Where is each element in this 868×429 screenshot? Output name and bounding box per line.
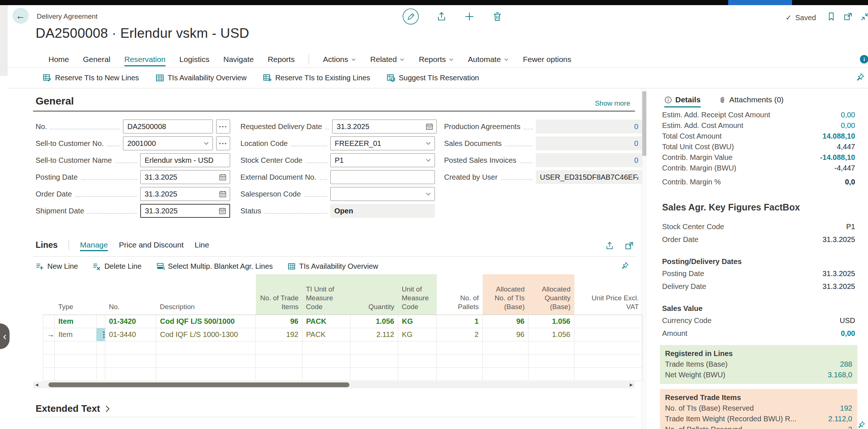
cell-ti_uom[interactable]: PACK [302,315,351,328]
factbox-tab-details[interactable]: Details [664,94,701,106]
cell-description[interactable]: Cod IQF L/S 500/1000 [156,315,256,328]
action-suggest-tis-reservation[interactable]: Suggest TIs Reservation [386,73,479,82]
action-new-line[interactable]: New Line [36,262,78,271]
column-header-type[interactable]: Type [55,274,97,315]
field-location-code[interactable]: FREEZER_01 [330,136,435,150]
column-header-description[interactable]: Description [156,274,256,315]
cell-alloc_qty[interactable]: 1.056 [529,315,574,328]
calendar-icon[interactable] [219,173,227,181]
chevron-down-icon[interactable] [203,140,210,147]
delete-button[interactable] [492,11,503,22]
tab-navigate[interactable]: Navigate [224,51,254,67]
lines-tab-price-and-discount[interactable]: Price and Discount [119,237,184,253]
action-tis-availability-overview[interactable]: TIs Availability Overview [287,262,378,271]
current-row-arrow-icon[interactable]: → [43,328,55,341]
factbox-tab-attachments-0[interactable]: Attachments (0) [718,94,784,106]
tab-general[interactable]: General [83,51,110,67]
field-value[interactable]: 0 [540,122,638,131]
tab-reports[interactable]: Reports [419,51,454,67]
field-external-document-no[interactable] [330,170,435,184]
assist-edit-button[interactable]: ··· [216,120,230,133]
column-header-quantity[interactable]: Quantity [351,274,398,315]
horizontal-scrollbar[interactable]: ◀ ▶ [33,381,635,388]
lines-tab-manage[interactable]: Manage [80,237,108,253]
column-header-unit-of-measure-code[interactable]: Unit of Measure Code [398,274,437,315]
panel-row-value[interactable]: 288 [840,360,852,368]
field-sell-to-customer-name[interactable]: Erlendur vskm - USD [140,153,230,167]
popout-icon[interactable] [843,12,853,21]
scroll-left-arrow-icon[interactable]: ◀ [33,382,40,387]
cell-uom[interactable]: KG [398,315,437,328]
new-button[interactable] [464,11,475,22]
row-selector-cell[interactable] [43,315,55,328]
cell-pallets[interactable]: 2 [437,328,483,341]
tab-automate[interactable]: Automate [468,51,509,67]
cell-no[interactable]: 01-3420 [105,315,156,328]
horizontal-scroll-track[interactable] [40,381,628,388]
cell-ti_uom[interactable]: PACK [302,328,351,341]
tab-logistics[interactable]: Logistics [179,51,210,67]
column-header-allocated-quantity-base[interactable]: Allocated Quantity (Base) [529,274,574,315]
chevron-down-icon[interactable] [425,140,432,147]
field-value[interactable]: 0 [540,139,638,148]
chevron-down-icon[interactable] [425,191,432,197]
lines-heading[interactable]: Lines [36,240,58,250]
action-select-multip-blanket-agr-lines[interactable]: Select Multip. Blanket Agr. Lines [156,262,273,271]
panel-row-value[interactable]: 192 [840,404,852,412]
panel-row-value[interactable]: 2.112,0 [828,415,852,423]
panel-row-value[interactable]: 2 [848,425,852,429]
tab-reservation[interactable]: Reservation [124,51,166,67]
tab-home[interactable]: Home [48,51,69,67]
column-header-ti-unit-of-measure-code[interactable]: TI Unit of Measure Code [302,274,351,315]
show-more-link[interactable]: Show more [595,99,630,107]
field-sales-documents[interactable]: 0 [536,136,642,150]
field-posting-date[interactable]: 31.3.2025 [140,170,230,184]
tab-reports[interactable]: Reports [268,51,295,67]
field-sell-to-customer-no[interactable]: 2001000 [123,136,213,150]
panel-row-value[interactable]: 14.088,10 [822,132,855,140]
field-posted-sales-invoices[interactable]: 0 [536,153,642,167]
pin-icon[interactable] [621,261,629,270]
field-value[interactable]: 0 [540,156,638,165]
cell-pallets[interactable]: 1 [437,315,483,328]
collapse-icon[interactable] [860,12,868,21]
chevron-down-icon[interactable] [425,157,432,164]
row-menu-cell[interactable]: ⋮ [97,328,105,341]
action-reserve-tis-to-new-lines[interactable]: Reserve TIs to New Lines [43,73,139,82]
edit-button[interactable] [402,8,419,25]
panel-row-value[interactable]: -14.088,10 [820,153,855,162]
action-reserve-tis-to-existing-lines[interactable]: Reserve TIs to Existing Lines [263,73,370,82]
tab-related[interactable]: Related [370,51,405,67]
field-order-date[interactable]: 31.3.2025 [140,187,230,201]
cell-no[interactable]: 01-3440 [105,328,156,341]
extended-text-heading[interactable]: Extended Text [36,403,110,414]
cell-alloc_tis[interactable]: 96 [483,315,529,328]
action-delete-line[interactable]: Delete Line [92,262,141,271]
bookmark-icon[interactable] [827,12,836,21]
pin-icon[interactable] [856,73,865,81]
column-header-no[interactable]: No. [105,274,156,315]
field-production-agreements[interactable]: 0 [536,120,642,133]
field-requested-delivery-date[interactable]: 31.3.2025 [332,120,437,133]
calendar-icon[interactable] [425,122,433,131]
field-no[interactable]: DA2500008 [123,120,213,133]
panel-row-value[interactable]: 0,00 [841,329,855,338]
panel-row-value[interactable]: 0,00 [841,111,855,119]
share-button[interactable] [436,11,447,22]
calendar-icon[interactable] [219,190,227,198]
back-button[interactable]: ← [12,8,29,24]
calendar-icon[interactable] [218,207,226,215]
pin-icon[interactable] [857,421,865,429]
general-section-heading[interactable]: General [36,95,74,107]
action-tis-availability-overview[interactable]: TIs Availability Overview [155,73,247,82]
scroll-right-arrow-icon[interactable]: ▶ [628,382,635,387]
share-icon[interactable] [605,241,614,250]
cell-alloc_qty[interactable]: 1.056 [529,328,574,341]
cell-quantity[interactable]: 2.112 [351,328,398,341]
lines-tab-line[interactable]: Line [195,237,209,253]
column-header-unit-price-excl-vat[interactable]: Unit Price Excl. VAT [574,274,643,315]
cell-uom[interactable]: KG [398,328,437,341]
horizontal-scrollbar-thumb[interactable] [48,382,349,387]
column-header-no-of-trade-items[interactable]: No. of Trade Items [256,274,302,315]
field-shipment-date[interactable]: 31.3.2025 [140,204,230,218]
